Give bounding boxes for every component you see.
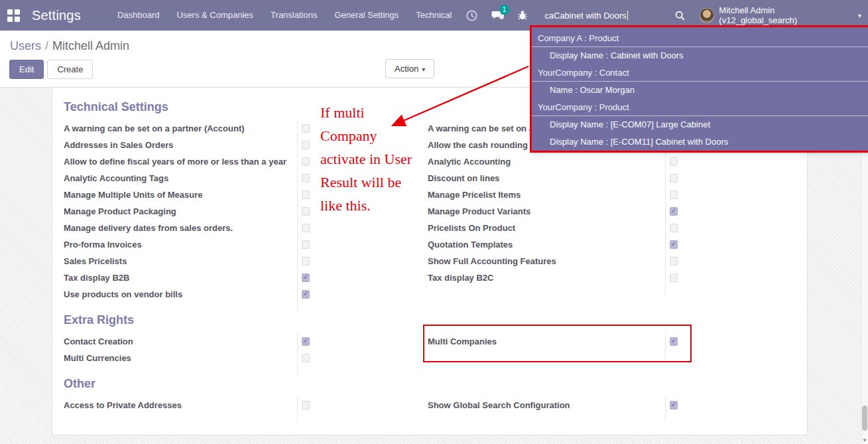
global-search-input[interactable]: caCabinet with Doors	[544, 0, 670, 31]
setting-row-tax-display-b2b: Tax display B2B✓	[64, 269, 310, 286]
checkbox-cell	[297, 220, 310, 236]
menu-item-users-companies[interactable]: Users & Companies	[168, 0, 262, 31]
checkbox-sales-pricelists[interactable]	[302, 257, 310, 265]
checkbox-manage-pricelist-items[interactable]	[670, 190, 678, 199]
user-name: Mitchell Admin (v12_global_search)	[719, 5, 853, 25]
action-dropdown-button[interactable]: Action▾	[385, 59, 434, 78]
checkbox-a-warning-can-be-set-on-a-partner-account[interactable]	[302, 124, 310, 133]
section-title: Other	[64, 377, 807, 391]
setting-row-a-warning-can-be-set-on-a-partner-account: A warning can be set on a partner (Accou…	[64, 120, 310, 137]
search-result-item-display-name-e-com11-cabinet-with-doors[interactable]: Display Name : [E-COM11] Cabinet with Do…	[531, 133, 868, 151]
activities-clock-icon[interactable]	[460, 0, 483, 31]
search-icon[interactable]	[670, 0, 690, 31]
search-result-item-name-oscar-morgan[interactable]: Name : Oscar Morgan	[531, 82, 868, 99]
checkbox-multi-companies[interactable]: ✓	[670, 337, 678, 346]
setting-row-allow-to-define-fiscal-years-of-more-or-less-than-a-year: Allow to define fiscal years of more or …	[64, 153, 310, 170]
annotation-line: Company	[320, 124, 412, 147]
checkbox-contact-creation[interactable]: ✓	[302, 337, 310, 346]
checkbox-manage-product-variants[interactable]: ✓	[670, 207, 678, 216]
setting-row-addresses-in-sales-orders: Addresses in Sales Orders	[64, 137, 310, 153]
apps-menu-icon[interactable]	[7, 9, 20, 22]
setting-label: Analytic Accounting	[428, 157, 665, 167]
setting-label: Pro-forma Invoices	[64, 240, 297, 250]
checkbox-use-products-on-vendor-bills[interactable]: ✓	[302, 290, 310, 299]
search-result-item-display-name-e-com07-large-cabinet[interactable]: Display Name : [E-COM07] Large Cabinet	[531, 116, 868, 133]
search-result-group-company-a-product: Company A : Product	[531, 30, 868, 47]
app-title[interactable]: Settings	[32, 8, 81, 23]
checkbox-cell	[665, 153, 678, 170]
checkbox-analytic-accounting[interactable]	[670, 157, 678, 166]
debug-bug-icon[interactable]	[512, 0, 534, 31]
setting-label: Contact Creation	[64, 336, 297, 346]
checkbox-pricelists-on-product[interactable]	[670, 224, 678, 232]
setting-row-quotation-templates: Quotation Templates✓	[428, 236, 678, 253]
checkbox-multi-currencies[interactable]	[302, 354, 310, 362]
checkbox-analytic-accounting-tags[interactable]	[302, 174, 310, 183]
messages-icon[interactable]: 1	[487, 0, 509, 31]
user-menu[interactable]: Mitchell Admin (v12_global_search) ▾	[700, 5, 861, 25]
global-search-results-dropdown: Company A : ProductDisplay Name : Cabine…	[531, 27, 868, 152]
checkbox-cell: ✓	[297, 286, 310, 303]
checkbox-cell	[665, 253, 678, 269]
menu-item-general-settings[interactable]: General Settings	[326, 0, 407, 31]
checkbox-show-global-search-configuration[interactable]: ✓	[670, 401, 678, 409]
setting-row-tax-display-b2c: Tax display B2C	[428, 269, 678, 286]
annotation-text: If multiCompanyactivate in UserResult wi…	[320, 101, 412, 217]
annotation-line: activate in User	[320, 147, 412, 171]
separator-extension	[64, 413, 310, 422]
checkbox-manage-delivery-dates-from-sales-orders[interactable]	[302, 224, 310, 232]
checkbox-cell	[665, 269, 678, 286]
checkbox-manage-product-packaging[interactable]	[302, 207, 310, 216]
setting-row-analytic-accounting: Analytic Accounting	[428, 153, 678, 170]
setting-label: Allow to define fiscal years of more or …	[64, 157, 297, 167]
setting-row-discount-on-lines: Discount on lines	[428, 170, 678, 186]
checkbox-show-full-accounting-features[interactable]	[670, 257, 678, 265]
checkbox-cell	[297, 397, 310, 413]
setting-label: Show Full Accounting Features	[428, 256, 665, 266]
checkbox-quotation-templates[interactable]: ✓	[670, 240, 678, 249]
checkbox-allow-to-define-fiscal-years-of-more-or-less-than-a-year[interactable]	[302, 157, 310, 166]
setting-row-analytic-accounting-tags: Analytic Accounting Tags	[64, 170, 310, 186]
breadcrumb-users-link[interactable]: Users	[10, 39, 41, 52]
checkbox-cell	[297, 186, 310, 203]
annotation-line: If multi	[320, 101, 412, 124]
search-result-group-yourcompany-contact: YourCompany : Contact	[531, 64, 868, 82]
setting-label: Discount on lines	[428, 173, 665, 183]
setting-row-contact-creation: Contact Creation✓	[64, 333, 310, 350]
menu-item-translations[interactable]: Translations	[262, 0, 326, 31]
checkbox-cell	[297, 170, 310, 186]
scrollbar-thumb[interactable]	[862, 406, 867, 431]
setting-row-manage-product-variants: Manage Product Variants✓	[428, 203, 678, 220]
search-result-item-display-name-cabinet-with-doors[interactable]: Display Name : Cabinet with Doors	[531, 47, 868, 64]
checkbox-pro-forma-invoices[interactable]	[302, 240, 310, 249]
checkbox-manage-multiple-units-of-measure[interactable]	[302, 190, 310, 199]
setting-row-sales-pricelists: Sales Pricelists	[64, 253, 310, 269]
messages-count-badge: 1	[499, 5, 509, 15]
setting-row-access-to-private-addresses: Access to Private Addresses	[64, 397, 310, 413]
setting-label: Manage Pricelist Items	[428, 190, 665, 200]
breadcrumb-separator: /	[45, 39, 48, 52]
checkbox-cell: ✓	[665, 333, 678, 350]
setting-row-manage-product-packaging: Manage Product Packaging	[64, 203, 310, 220]
checkbox-cell	[297, 253, 310, 269]
checkbox-cell	[297, 236, 310, 253]
checkbox-access-to-private-addresses[interactable]	[302, 401, 310, 409]
menu-item-dashboard[interactable]: Dashboard	[109, 0, 168, 31]
menu-item-technical[interactable]: Technical	[407, 0, 460, 31]
checkbox-cell: ✓	[665, 236, 678, 253]
checkbox-tax-display-b2b[interactable]: ✓	[302, 273, 310, 282]
checkbox-cell	[297, 203, 310, 220]
checkbox-addresses-in-sales-orders[interactable]	[302, 141, 310, 149]
annotation-line: like this.	[320, 194, 412, 217]
checkbox-tax-display-b2c[interactable]	[670, 273, 678, 282]
page-title: Mitchell Admin	[52, 39, 129, 52]
setting-label: Quotation Templates	[428, 240, 665, 250]
setting-label: Manage Product Packaging	[64, 206, 297, 216]
scrollbar-down-arrow-icon[interactable]: ▼	[861, 437, 868, 443]
create-button[interactable]: Create	[47, 60, 93, 79]
setting-row-show-global-search-configuration: Show Global Search Configuration✓	[428, 397, 678, 413]
text-cursor	[627, 11, 628, 21]
separator-extension	[428, 350, 678, 358]
edit-button[interactable]: Edit	[9, 60, 44, 79]
checkbox-discount-on-lines[interactable]	[670, 174, 678, 183]
